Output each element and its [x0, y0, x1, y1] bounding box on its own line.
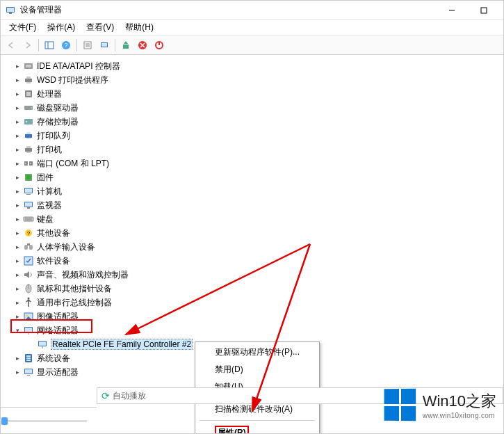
tree-item-label: 端口 (COM 和 LPT) [37, 158, 109, 170]
software-icon [23, 255, 34, 266]
slider-knob[interactable] [1, 417, 8, 425]
monitor-icon [23, 200, 34, 211]
chevron-right-icon[interactable]: ▸ [13, 187, 22, 195]
chevron-right-icon[interactable]: ▸ [13, 90, 22, 98]
chevron-right-icon[interactable]: ▸ [13, 243, 22, 251]
svg-rect-72 [26, 360, 31, 361]
chevron-down-icon[interactable]: ▾ [13, 326, 22, 335]
svg-rect-34 [25, 148, 32, 152]
svg-text:?: ? [27, 230, 31, 236]
ctx-update-driver[interactable]: 更新驱动程序软件(P)... [197, 344, 318, 361]
tree-item[interactable]: ▸WSD 打印提供程序 [3, 73, 503, 87]
other-icon: ? [23, 227, 34, 239]
sound-icon [23, 269, 34, 280]
tree-item-label: 处理器 [37, 88, 62, 100]
tree-item[interactable]: ▸IDE ATA/ATAPI 控制器 [3, 59, 503, 73]
show-hide-console-tree-button[interactable] [42, 38, 57, 53]
hid-icon [23, 241, 34, 252]
tree-item[interactable]: ▸处理器 [3, 87, 503, 101]
printer-icon [23, 144, 34, 155]
tree-item[interactable]: ▸图像适配器 [3, 310, 503, 323]
chevron-right-icon[interactable]: ▸ [13, 368, 22, 376]
tree-item[interactable]: ▸固件 [3, 170, 503, 184]
toolbar-separator [38, 39, 39, 51]
system-icon [23, 353, 34, 364]
chevron-right-icon[interactable]: ▸ [13, 201, 22, 209]
svg-rect-45 [26, 194, 31, 195]
tree-item-label: 软件设备 [37, 255, 70, 267]
chevron-right-icon[interactable]: ▸ [13, 354, 22, 362]
chevron-right-icon[interactable]: ▸ [13, 118, 22, 126]
tree-item-label: 通用串行总线控制器 [37, 297, 112, 309]
tree-item[interactable]: ▸鼠标和其他指针设备 [3, 282, 503, 296]
svg-rect-42 [26, 175, 31, 179]
tree-item[interactable]: ▸磁盘驱动器 [3, 101, 503, 115]
chevron-right-icon[interactable]: ▸ [13, 298, 22, 307]
chevron-right-icon[interactable]: ▸ [13, 159, 22, 168]
back-button[interactable] [3, 38, 19, 53]
tree-item[interactable]: ▸软件设备 [3, 254, 503, 268]
scan-hardware-button[interactable] [97, 38, 112, 53]
minimize-button[interactable] [437, 1, 467, 20]
menu-action[interactable]: 操作(A) [42, 20, 81, 35]
ctx-separator [200, 420, 315, 421]
svg-rect-44 [25, 188, 32, 193]
ctx-properties-label: 属性(R) [215, 426, 249, 434]
svg-point-39 [25, 163, 26, 164]
ctx-disable[interactable]: 禁用(D) [197, 361, 318, 378]
slider-track[interactable] [3, 420, 87, 422]
tree-item-label: 存储控制器 [37, 116, 79, 128]
window-controls [437, 1, 499, 20]
tree-item[interactable]: ▾网络适配器 [3, 323, 503, 337]
tree-item[interactable]: ▸键盘 [3, 212, 503, 226]
forward-button[interactable] [20, 38, 35, 53]
chevron-right-icon[interactable]: ▸ [13, 173, 22, 182]
tree-item[interactable]: ▸存储控制器 [3, 115, 503, 129]
svg-point-62 [26, 315, 29, 317]
tree-item[interactable]: ▸计算机 [3, 184, 503, 198]
disable-button[interactable] [152, 38, 167, 53]
tree-item[interactable]: ▸监视器 [3, 198, 503, 212]
uninstall-button[interactable] [135, 38, 150, 53]
menu-help[interactable]: 帮助(H) [120, 20, 159, 35]
tree-item[interactable]: ▸打印队列 [3, 129, 503, 143]
chevron-right-icon[interactable]: ▸ [13, 145, 22, 154]
svg-rect-33 [26, 138, 31, 139]
chevron-right-icon[interactable]: ▸ [13, 284, 22, 293]
update-driver-button[interactable] [118, 38, 133, 53]
tree-item[interactable]: ▸?其他设备 [3, 226, 503, 240]
menu-file[interactable]: 文件(F) [3, 20, 42, 35]
maximize-button[interactable] [469, 1, 499, 20]
chevron-right-icon[interactable]: ▸ [13, 76, 22, 84]
chevron-right-icon[interactable]: ▸ [13, 131, 22, 140]
svg-text:?: ? [64, 42, 67, 49]
tree-item[interactable]: ▸人体学输入设备 [3, 240, 503, 254]
svg-rect-49 [24, 217, 33, 221]
menu-view[interactable]: 查看(V) [81, 20, 120, 35]
tree-item[interactable]: ▸声音、视频和游戏控制器 [3, 268, 503, 282]
watermark-title: Win10之家 [423, 391, 496, 412]
svg-rect-21 [26, 65, 31, 67]
tree-item[interactable]: ▸端口 (COM 和 LPT) [3, 156, 503, 170]
chevron-right-icon[interactable]: ▸ [13, 271, 22, 279]
tree-item[interactable]: ▸打印机 [3, 143, 503, 156]
tree-item[interactable]: ▸通用串行总线控制器 [3, 296, 503, 310]
ctx-properties[interactable]: 属性(R) [197, 423, 318, 434]
svg-rect-35 [26, 146, 31, 148]
svg-rect-15 [123, 45, 129, 49]
toolbar: ? [1, 35, 503, 55]
chevron-right-icon[interactable]: ▸ [13, 62, 22, 70]
disk-icon [23, 102, 34, 113]
tree-item-label: 网络适配器 [37, 325, 79, 337]
chevron-right-icon[interactable]: ▸ [13, 257, 22, 265]
chevron-right-icon[interactable]: ▸ [13, 215, 22, 223]
svg-rect-32 [26, 132, 31, 134]
svg-rect-31 [25, 134, 32, 138]
properties-button[interactable] [80, 38, 95, 53]
chevron-right-icon[interactable]: ▸ [13, 104, 22, 112]
chevron-right-icon[interactable]: ▸ [13, 312, 22, 321]
svg-rect-74 [25, 369, 32, 373]
help-button[interactable]: ? [58, 38, 74, 53]
controller-icon [23, 61, 34, 72]
chevron-right-icon[interactable]: ▸ [13, 229, 22, 237]
